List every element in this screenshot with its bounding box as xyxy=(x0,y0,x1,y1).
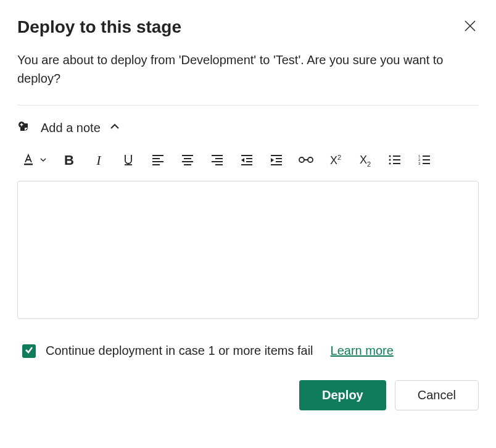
indent-increase-icon xyxy=(270,154,283,168)
align-left-icon xyxy=(151,154,165,168)
align-center-icon xyxy=(181,154,194,168)
cancel-button[interactable]: Cancel xyxy=(395,380,479,410)
learn-more-link[interactable]: Learn more xyxy=(331,344,394,358)
dialog-footer: Deploy Cancel xyxy=(17,380,479,410)
numbered-list-button[interactable]: 123 xyxy=(417,152,432,168)
numbered-list-icon: 123 xyxy=(418,154,431,168)
chevron-down-icon xyxy=(39,155,47,166)
align-center-button[interactable] xyxy=(180,152,195,168)
deploy-button[interactable]: Deploy xyxy=(299,380,386,410)
subscript-icon: X2 xyxy=(360,154,371,168)
close-button[interactable] xyxy=(461,17,479,36)
bulleted-list-icon xyxy=(388,154,402,168)
italic-button[interactable]: I xyxy=(91,152,106,168)
checkmark-icon xyxy=(25,346,33,357)
dialog-header: Deploy to this stage xyxy=(17,17,479,37)
continue-on-fail-row: Continue deployment in case 1 or more it… xyxy=(17,344,479,358)
subscript-button[interactable]: X2 xyxy=(358,152,373,168)
underline-button[interactable] xyxy=(121,152,136,168)
divider xyxy=(17,105,479,106)
indent-increase-button[interactable] xyxy=(269,152,284,168)
svg-point-25 xyxy=(389,162,391,164)
bold-button[interactable]: B xyxy=(62,152,76,168)
dialog-subtitle: You are about to deploy from 'Developmen… xyxy=(17,51,479,88)
dialog-title: Deploy to this stage xyxy=(17,17,181,37)
bold-icon: B xyxy=(64,152,74,168)
note-add-icon xyxy=(17,120,32,135)
link-icon xyxy=(299,154,313,168)
continue-on-fail-label: Continue deployment in case 1 or more it… xyxy=(46,344,313,358)
italic-icon: I xyxy=(96,152,101,168)
svg-point-24 xyxy=(389,159,391,160)
link-button[interactable] xyxy=(299,152,313,168)
superscript-button[interactable]: X2 xyxy=(328,152,343,168)
font-color-button[interactable] xyxy=(21,152,36,168)
align-left-button[interactable] xyxy=(151,152,165,168)
note-section-toggle[interactable]: Add a note xyxy=(17,120,479,135)
underline-icon xyxy=(122,153,134,168)
svg-point-23 xyxy=(389,155,391,157)
bulleted-list-button[interactable] xyxy=(387,152,402,168)
svg-text:3: 3 xyxy=(418,162,421,165)
continue-on-fail-checkbox[interactable] xyxy=(22,344,36,358)
svg-rect-1 xyxy=(24,164,33,165)
align-right-button[interactable] xyxy=(210,152,225,168)
indent-decrease-icon xyxy=(240,154,254,168)
close-icon xyxy=(464,20,476,34)
note-toolbar: B I X2 xyxy=(17,152,479,168)
font-color-group[interactable] xyxy=(21,152,47,168)
note-textarea[interactable] xyxy=(17,181,479,319)
font-color-icon xyxy=(22,153,35,168)
chevron-up-icon xyxy=(109,121,120,135)
note-label: Add a note xyxy=(41,121,101,135)
superscript-icon: X2 xyxy=(330,154,341,167)
indent-decrease-button[interactable] xyxy=(239,152,254,168)
align-right-icon xyxy=(210,154,224,168)
